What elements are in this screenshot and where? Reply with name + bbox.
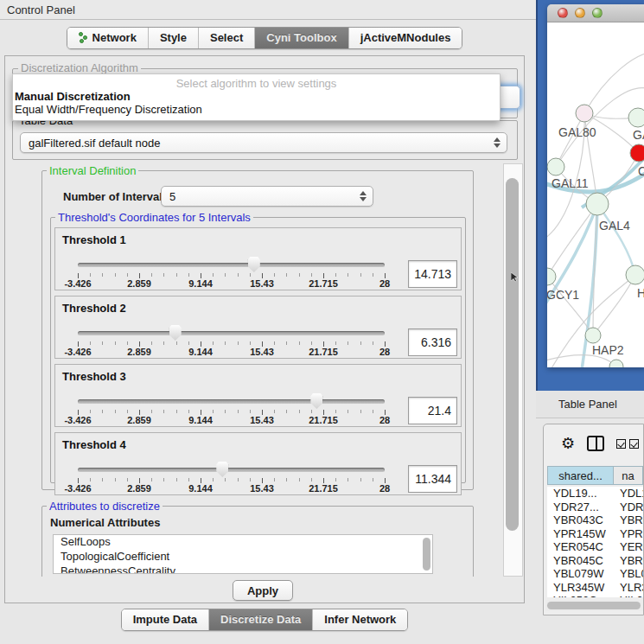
column-header-name[interactable]: na bbox=[614, 466, 643, 485]
tab-network[interactable]: Network bbox=[67, 28, 149, 48]
cell-name[interactable]: YDR2 bbox=[614, 501, 643, 514]
threshold-value-field[interactable]: 6.316 bbox=[408, 328, 457, 356]
gear-icon[interactable]: ⚙ bbox=[561, 436, 575, 451]
popup-item-equal-width[interactable]: Equal Width/Frequency Discretization bbox=[15, 103, 202, 116]
network-window-titlebar[interactable] bbox=[547, 4, 644, 22]
cell-name[interactable]: YBR0 bbox=[614, 513, 643, 527]
slider-thumb[interactable] bbox=[169, 325, 182, 341]
network-node[interactable] bbox=[586, 193, 609, 215]
attribute-list-item[interactable]: BetweennessCentrality bbox=[54, 564, 432, 574]
apply-button[interactable]: Apply bbox=[233, 580, 293, 601]
slider-track[interactable] bbox=[78, 468, 385, 472]
numerical-attributes-list[interactable]: SelfLoopsTopologicalCoefficientBetweenne… bbox=[53, 534, 433, 574]
close-traffic-light-icon[interactable] bbox=[558, 8, 568, 18]
interval-definition-label: Interval Definition bbox=[47, 164, 138, 177]
settings-scrollbar-thumb[interactable] bbox=[506, 178, 519, 531]
network-window[interactable]: GAL80GACGAL11GAL4GCY1HHAP2 bbox=[547, 4, 644, 367]
network-node[interactable] bbox=[547, 158, 564, 175]
attributes-scrollbar-thumb[interactable] bbox=[423, 538, 430, 571]
slider-track[interactable] bbox=[78, 263, 385, 267]
cell-shared-name[interactable]: YBR045C bbox=[547, 554, 614, 568]
slider-thumb[interactable] bbox=[310, 393, 322, 409]
network-edge[interactable] bbox=[556, 113, 584, 167]
cell-name[interactable]: YER0 bbox=[614, 540, 643, 554]
table-row[interactable]: YBR043CYBR0 bbox=[547, 513, 643, 527]
table-hscrollbar-thumb[interactable] bbox=[547, 602, 641, 609]
cell-shared-name[interactable]: YIL052C bbox=[547, 594, 614, 597]
table-data-combo[interactable]: galFiltered.sif default node bbox=[20, 132, 507, 153]
cell-shared-name[interactable]: YER054C bbox=[547, 540, 614, 554]
attribute-list-item[interactable]: SelfLoops bbox=[54, 535, 432, 550]
tab-cyni-toolbox[interactable]: Cyni Toolbox bbox=[255, 28, 348, 48]
tab-label: jActiveMNodules bbox=[360, 31, 451, 44]
number-of-intervals-combo[interactable]: 5 bbox=[161, 186, 373, 207]
cell-name[interactable]: YBL0 bbox=[614, 567, 643, 581]
threshold-row: Threshold 3-3.4262.8599.14415.4321.71528… bbox=[54, 364, 462, 427]
network-canvas[interactable]: GAL80GACGAL11GAL4GCY1HHAP2 bbox=[547, 22, 644, 367]
slider-tick-label: 21.715 bbox=[309, 278, 338, 289]
slider-thumb[interactable] bbox=[248, 257, 260, 272]
settings-scrollbar[interactable] bbox=[503, 163, 523, 577]
network-node[interactable] bbox=[626, 265, 644, 284]
network-node[interactable] bbox=[628, 108, 644, 127]
tab-select[interactable]: Select bbox=[199, 28, 255, 48]
table-row[interactable]: YER054CYER0 bbox=[547, 540, 643, 554]
cell-shared-name[interactable]: YBR043C bbox=[547, 513, 614, 527]
cell-shared-name[interactable]: YPR145W bbox=[547, 527, 614, 541]
cell-name[interactable]: YIL0 bbox=[614, 594, 643, 597]
threshold-value-field[interactable]: 11.344 bbox=[408, 465, 457, 493]
tab-jactivemnodules[interactable]: jActiveMNodules bbox=[349, 28, 462, 48]
slider-track[interactable] bbox=[78, 399, 385, 404]
table-row[interactable]: YPR145WYPR1 bbox=[547, 527, 643, 541]
table-row[interactable]: YLR345WYLR3 bbox=[547, 581, 643, 595]
network-node[interactable] bbox=[576, 105, 593, 122]
cell-shared-name[interactable]: YDR27... bbox=[547, 501, 614, 514]
cell-name[interactable]: YPR1 bbox=[614, 527, 643, 541]
zoom-traffic-light-icon[interactable] bbox=[592, 8, 603, 18]
tab-discretize-data[interactable]: Discretize Data bbox=[209, 609, 313, 630]
cell-shared-name[interactable]: YBL079W bbox=[547, 567, 614, 581]
slider-tick-label: 9.144 bbox=[188, 278, 213, 289]
threshold-value-field[interactable]: 21.4 bbox=[408, 397, 457, 424]
table-row[interactable]: YDL19...YDL1 bbox=[547, 487, 643, 501]
slider-tick bbox=[188, 341, 189, 345]
network-edge[interactable] bbox=[584, 52, 644, 113]
network-node[interactable] bbox=[547, 268, 556, 285]
cell-shared-name[interactable]: YLR345W bbox=[547, 581, 614, 595]
slider-tick bbox=[127, 410, 128, 413]
slider-tick bbox=[115, 341, 116, 345]
column-header-shared-name[interactable]: shared... bbox=[547, 466, 614, 485]
threshold-value-field[interactable]: 14.713 bbox=[408, 260, 457, 288]
attribute-list-item[interactable]: TopologicalCoefficient bbox=[54, 550, 432, 564]
tab-impute-data[interactable]: Impute Data bbox=[122, 609, 209, 630]
network-edge[interactable] bbox=[597, 204, 635, 275]
slider-tick bbox=[274, 273, 275, 277]
table-row[interactable]: YIL052CYIL0 bbox=[547, 594, 643, 597]
cell-name[interactable]: YLR3 bbox=[614, 581, 643, 595]
slider-tick-label: 2.859 bbox=[127, 415, 151, 425]
columns-icon[interactable] bbox=[587, 436, 604, 451]
network-node[interactable] bbox=[585, 328, 601, 343]
table-body[interactable]: YDL19...YDL1YDR27...YDR2YBR043CYBR0YPR14… bbox=[547, 487, 643, 597]
network-edge[interactable] bbox=[547, 204, 597, 277]
table-row[interactable]: YDR27...YDR2 bbox=[547, 501, 643, 514]
network-edge[interactable] bbox=[547, 277, 593, 335]
network-node[interactable] bbox=[609, 360, 623, 367]
table-row[interactable]: YBR045CYBR0 bbox=[547, 554, 643, 568]
table-hscrollbar[interactable] bbox=[545, 600, 643, 611]
network-node[interactable] bbox=[630, 144, 644, 162]
table-row[interactable]: YBL079WYBL0 bbox=[547, 567, 643, 581]
popup-item-manual-discretization[interactable]: Manual Discretization bbox=[15, 90, 131, 103]
minimize-traffic-light-icon[interactable] bbox=[575, 8, 585, 18]
cell-name[interactable]: YDL1 bbox=[614, 487, 643, 501]
cell-name[interactable]: YBR0 bbox=[614, 554, 643, 568]
threshold-label: Threshold 1 bbox=[62, 233, 126, 246]
cell-shared-name[interactable]: YDL19... bbox=[547, 487, 614, 501]
tab-style[interactable]: Style bbox=[149, 28, 199, 48]
tab-infer-network[interactable]: Infer Network bbox=[313, 609, 407, 630]
slider-track[interactable] bbox=[78, 331, 385, 335]
slider-tick bbox=[213, 341, 214, 345]
slider-thumb[interactable] bbox=[216, 462, 228, 477]
checkbox-checked-icon[interactable] bbox=[616, 439, 626, 449]
checkbox-checked-icon[interactable] bbox=[629, 439, 639, 449]
